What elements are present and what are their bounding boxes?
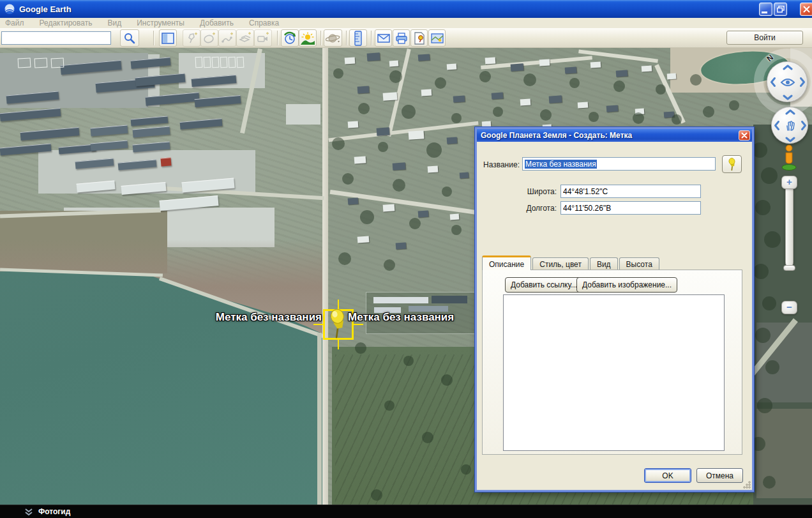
add-path-button [218,29,236,47]
map-terrain-feature [333,68,343,79]
map-terrain-feature [195,57,203,68]
map-terrain-feature [371,489,382,501]
zoom-in-button[interactable]: + [781,176,797,189]
save-image-button[interactable] [410,29,428,47]
map-terrain-feature [393,162,406,170]
map-terrain-feature [354,156,366,164]
map-terrain-feature [672,114,682,125]
map-terrain-feature [409,130,425,140]
search-input[interactable] [1,31,111,45]
search-button[interactable] [120,29,139,47]
map-terrain-feature [212,57,220,68]
create-placemark-dialog: Google Планета Земля - Создать: Метка На… [475,127,754,492]
close-button[interactable] [800,3,812,16]
look-joystick[interactable] [767,61,808,102]
map-terrain-feature [578,102,589,108]
move-down-arrow-icon[interactable] [785,137,795,142]
map-terrain-feature [348,197,359,204]
toolbar-separator [346,31,347,45]
description-tab-panel: Добавить ссылку... Добавить изображение.… [482,270,742,455]
map-terrain-feature [428,165,439,172]
menu-tools[interactable]: Инструменты [137,19,184,27]
map-terrain-feature [409,218,421,229]
move-up-arrow-icon[interactable] [785,109,795,115]
photos-layer-label[interactable]: Фотогид [38,507,70,516]
move-joystick[interactable] [771,107,808,144]
sunlight-button[interactable] [299,29,317,47]
crosshair-tick [313,324,323,325]
tab-altitude[interactable]: Высота [619,257,659,270]
chevron-down-icon[interactable] [24,508,33,516]
menu-file[interactable]: Файл [5,19,24,27]
sidebar-toggle-button[interactable] [159,29,177,47]
menu-edit[interactable]: Редактировать [40,19,93,27]
map-terrain-feature [160,157,171,166]
menu-help[interactable]: Справка [249,19,279,27]
close-icon [741,132,748,139]
placemark-icon-button[interactable] [722,155,742,173]
planets-button[interactable] [324,29,342,47]
tab-style-color[interactable]: Стиль, цвет [532,257,589,270]
longitude-input[interactable] [560,201,701,215]
resize-grip[interactable] [742,480,751,489]
print-button[interactable] [393,29,410,47]
map-terrain-feature [418,210,429,217]
map-terrain-feature [0,108,61,121]
map-terrain-feature [322,48,328,505]
map-terrain-feature [229,57,236,68]
ok-button[interactable]: OK [644,468,691,483]
map-terrain-feature [539,59,550,66]
map-terrain-feature [131,116,169,126]
email-button[interactable] [375,29,392,47]
view-in-maps-button[interactable] [428,29,446,47]
sidebar-icon [162,33,174,44]
map-terrain-feature [34,57,48,68]
signin-button[interactable]: Войти [726,31,803,45]
map-terrain-feature [91,125,128,136]
look-up-arrow-icon[interactable] [783,65,793,70]
menu-bar: Файл Редактировать Вид Инструменты Добав… [0,18,812,28]
cancel-button[interactable]: Отмена [696,468,743,483]
pegman-icon[interactable] [780,144,798,171]
toolbar-separator [371,31,372,45]
restore-button[interactable] [774,3,787,16]
tab-view[interactable]: Вид [590,257,618,270]
map-terrain-feature [540,109,552,121]
zoom-out-button[interactable]: − [781,301,797,314]
menu-view[interactable]: Вид [107,19,121,27]
zoom-slider-handle[interactable] [783,265,795,271]
map-terrain-feature [753,264,769,279]
move-right-arrow-icon[interactable] [801,121,807,131]
move-left-arrow-icon[interactable] [774,121,780,131]
map-terrain-feature [357,236,370,243]
tab-description[interactable]: Описание [482,255,531,270]
toolbar-separator [277,31,278,45]
add-link-button[interactable]: Добавить ссылку... [505,277,583,293]
window-titlebar: Google Earth [0,0,812,18]
dialog-close-button[interactable] [739,130,750,141]
add-image-button[interactable]: Добавить изображение... [576,277,677,293]
ruler-button[interactable] [349,29,367,47]
map-terrain-feature [762,296,776,310]
map-terrain-feature [451,225,462,235]
add-overlay-icon [239,32,252,45]
latitude-input[interactable] [560,185,701,198]
minimize-button[interactable] [759,3,772,16]
description-textarea[interactable] [503,294,725,451]
zoom-slider-track[interactable] [785,180,793,267]
look-left-arrow-icon[interactable] [771,77,776,88]
map-terrain-feature [761,167,778,184]
map-terrain-feature [569,78,580,88]
look-down-arrow-icon[interactable] [783,95,793,100]
map-terrain-feature [355,342,366,354]
historical-imagery-button[interactable] [281,29,299,47]
dialog-titlebar[interactable]: Google Планета Земля - Создать: Метка [477,129,752,142]
menu-add[interactable]: Добавить [200,19,234,27]
save-image-icon [414,32,425,45]
map-terrain-feature [442,187,452,197]
map-terrain-feature [451,113,462,123]
name-input[interactable]: Метка без названия [522,157,716,171]
toolbar: Войти [0,28,812,48]
look-right-arrow-icon[interactable] [800,77,806,88]
map-terrain-feature [752,142,767,158]
